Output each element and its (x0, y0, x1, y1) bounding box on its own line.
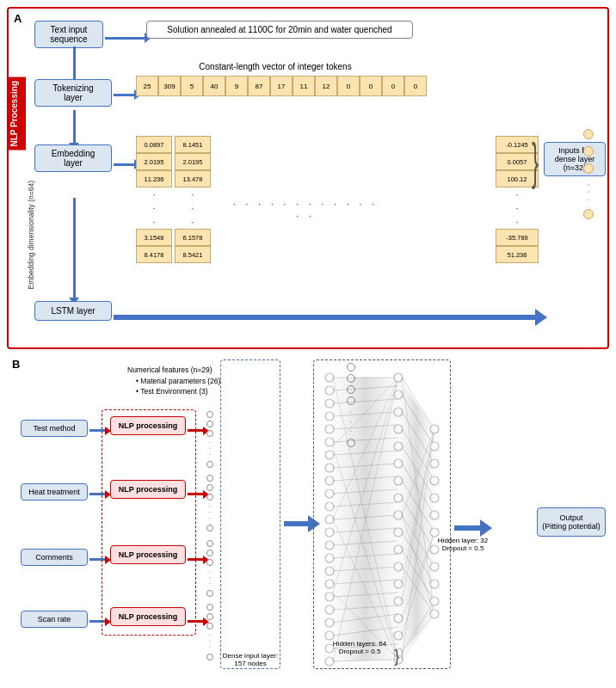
cd2 (206, 550, 213, 556)
emb-c1-d3: · (136, 215, 172, 229)
svg-point-4 (325, 425, 334, 433)
emb-dim-label: Embedding dimensionality (n=64) (28, 181, 35, 289)
svg-point-0 (325, 373, 334, 382)
tokenizing-label: Tokenizinglayer (52, 83, 93, 102)
lstm-label: LSTM layer (51, 306, 95, 316)
svg-point-18 (325, 605, 334, 614)
tod1 (206, 411, 213, 418)
tm-out-dots: ··· (206, 411, 213, 468)
ht-out-dots: ··· (206, 475, 213, 531)
c-out-dots: ··· (206, 540, 213, 597)
svg-point-6 (325, 451, 334, 459)
svg-point-13 (325, 541, 334, 550)
svg-point-8 (325, 476, 334, 485)
comments-box: Comments (21, 549, 88, 566)
token-12: 12 (315, 76, 337, 96)
cd3 (206, 559, 213, 566)
svg-marker-107 (398, 378, 434, 660)
srd1 (206, 604, 213, 611)
emb-c2r5: 8.5421 (175, 246, 211, 263)
emb-c1r1: 0.0897 (136, 136, 172, 153)
emb-c1r2: 2.0195 (136, 153, 172, 170)
htd3 (206, 494, 213, 501)
token-40: 40 (203, 76, 225, 96)
emb-c1-d1: · (136, 187, 172, 201)
svg-point-5 (325, 438, 334, 446)
token-9: 9 (225, 76, 248, 96)
token-0b: 0 (360, 76, 382, 96)
svg-point-20 (325, 631, 334, 640)
scan-rate-box: Scan rate (21, 611, 88, 628)
text-input-label: Text inputsequence (50, 25, 87, 44)
svg-point-9 (325, 489, 334, 498)
token-0d: 0 (404, 76, 427, 96)
srd2 (206, 613, 213, 620)
heat-treatment-box: Heat treatment (21, 483, 88, 501)
svg-point-17 (325, 593, 334, 601)
cd4 (206, 590, 213, 597)
token-0a: 0 (337, 76, 360, 96)
panel-b: B Numerical features (n=29) • Material p… (7, 356, 609, 681)
panel-a-label: A (14, 12, 22, 25)
emb-c1r5: 8.4178 (136, 246, 172, 263)
token-87: 87 (248, 76, 270, 96)
emb-c2r3: 13.478 (175, 170, 211, 187)
lstm-box: LSTM layer (34, 301, 112, 321)
svg-point-22 (325, 657, 334, 666)
nn-viz-area (313, 359, 451, 669)
sr-out-dots: ··· (206, 604, 213, 660)
nd1 (583, 129, 594, 139)
svg-point-12 (325, 528, 334, 537)
hidden64-label: Hidden layers: 64Dropout = 0.5 (317, 640, 403, 655)
emb-col-2: 8.1451 2.0195 13.478 · · · 6.1578 8.5421 (175, 136, 211, 263)
emb-c1r3: 11.236 (136, 170, 172, 187)
emb-c2r1: 8.1451 (175, 136, 211, 153)
tod2 (206, 421, 213, 427)
emb-col-1: 0.0897 2.0195 11.236 · · · 3.1548 8.4178 (136, 136, 172, 263)
token-5: 5 (181, 76, 203, 96)
tod3 (206, 430, 213, 437)
token-309: 309 (158, 76, 181, 96)
htd-dots: ··· (206, 503, 213, 522)
emb-c2r4: 6.1578 (175, 229, 211, 246)
dense-input-label: Dense input layer:157 nodes (220, 652, 280, 667)
arrow-emb-to-lstm (69, 198, 79, 304)
token-17: 17 (270, 76, 293, 96)
token-25: 25 (136, 76, 158, 96)
text-input-box: Text inputsequence (34, 21, 103, 48)
emb-r-d3: · (496, 215, 539, 229)
brace-hidden64: } (394, 647, 400, 666)
svg-point-14 (325, 554, 334, 562)
embedding-area: 0.0897 2.0195 11.236 · · · 3.1548 8.4178… (136, 136, 211, 263)
token-0c: 0 (382, 76, 404, 96)
svg-point-16 (325, 580, 334, 588)
emb-c2r2: 2.0195 (175, 153, 211, 170)
solution-label: Solution annealed at 1100C for 20min and… (167, 25, 391, 34)
srd3 (206, 623, 213, 630)
panel-b-label: B (12, 358, 20, 371)
main-container: A NLP Processing Text inputsequence Solu… (0, 0, 616, 688)
emb-r5: 51.236 (496, 246, 539, 263)
nn-svg (314, 360, 452, 670)
neural-dots-a: ··· (583, 129, 594, 219)
emb-c1-d2: · (136, 201, 172, 215)
tod-dots: ··· (206, 439, 213, 458)
svg-point-7 (325, 464, 334, 472)
htd1 (206, 475, 213, 482)
embedding-box: Embeddinglayer (34, 144, 112, 172)
emb-c1r4: 3.1548 (136, 229, 172, 246)
panel-a: A NLP Processing Text inputsequence Solu… (7, 7, 609, 349)
token-11: 11 (293, 76, 315, 96)
svg-point-3 (325, 412, 334, 421)
test-method-box: Test method (21, 420, 88, 437)
brace-dense: } (532, 136, 539, 187)
svg-point-1 (325, 386, 334, 395)
constant-label: Constant-length vector of integer tokens (181, 62, 370, 71)
nd-dots: ··· (587, 181, 590, 202)
tokenizing-box: Tokenizinglayer (34, 79, 112, 107)
embedding-label: Embeddinglayer (52, 149, 95, 168)
arrow-nn-output (454, 519, 492, 537)
emb-c2-d1: · (175, 187, 211, 201)
emb-c2-d2: · (175, 201, 211, 215)
arrow-text-to-sol (105, 33, 151, 43)
